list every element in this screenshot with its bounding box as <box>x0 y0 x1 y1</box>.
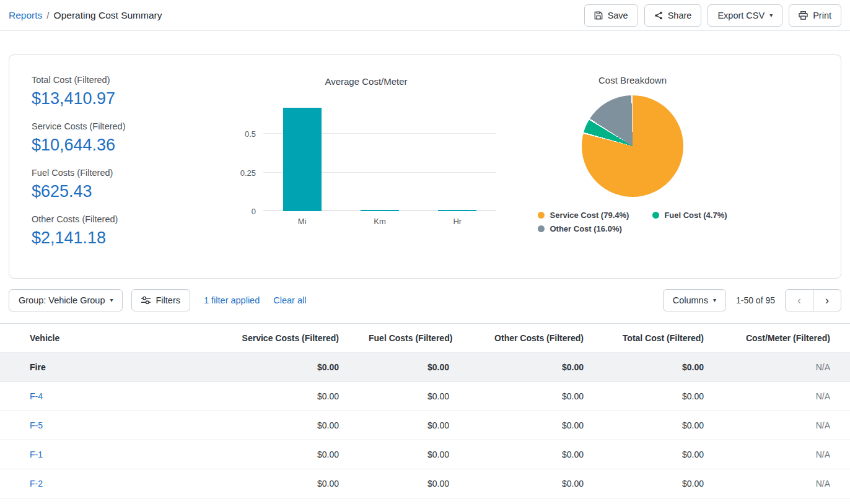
legend-dot <box>652 212 659 219</box>
group-row-fire: Fire $0.00 $0.00 $0.00 $0.00 N/A <box>0 353 850 382</box>
header-vehicle: Vehicle <box>0 324 217 353</box>
table-row: F-5 $0.00 $0.00 $0.00 $0.00 N/A <box>0 411 850 440</box>
filters-button[interactable]: Filters <box>131 289 190 311</box>
pie-chart-title: Cost Breakdown <box>515 75 750 85</box>
caret-down-icon: ▾ <box>769 12 773 19</box>
chevron-left-icon: ‹ <box>797 294 801 307</box>
columns-button[interactable]: Columns ▾ <box>663 289 726 311</box>
breadcrumb-reports-link[interactable]: Reports <box>9 10 42 21</box>
bar <box>361 210 399 211</box>
prev-page-button[interactable]: ‹ <box>785 289 813 311</box>
bar-chart-title: Average Cost/Meter <box>236 76 496 87</box>
average-cost-meter-chart: Average Cost/Meter 00.250.5 Mi Km Hr <box>236 75 496 261</box>
vehicle-link[interactable]: F-1 <box>30 450 43 459</box>
bar-chart-plot <box>263 97 496 211</box>
stat-fuel-costs: Fuel Costs (Filtered) $625.43 <box>32 168 217 201</box>
print-icon <box>799 11 808 20</box>
bar <box>283 108 322 212</box>
cost-table-container: Vehicle Service Costs (Filtered) Fuel Co… <box>0 323 850 498</box>
legend-item-fuel: Fuel Cost (4.7%) <box>652 211 727 220</box>
bar-chart-yaxis: 00.250.5 <box>236 97 263 211</box>
clear-all-link[interactable]: Clear all <box>273 295 306 305</box>
table-row: F-1 $0.00 $0.00 $0.00 $0.00 N/A <box>0 440 850 469</box>
cost-breakdown-chart: Cost Breakdown Service Cost (79.4%) Fuel… <box>515 75 750 261</box>
header-service-costs: Service Costs (Filtered) <box>217 324 354 353</box>
legend-item-other: Other Cost (16.0%) <box>538 224 629 233</box>
save-button[interactable]: Save <box>584 4 638 27</box>
bar-chart-xlabels: Mi Km Hr <box>263 217 496 226</box>
legend-dot <box>538 212 545 219</box>
vehicle-link[interactable]: F-2 <box>30 479 43 489</box>
cost-table: Vehicle Service Costs (Filtered) Fuel Co… <box>0 324 850 498</box>
pie-chart <box>582 95 683 197</box>
filter-sliders-icon <box>141 296 151 305</box>
save-icon <box>594 11 603 20</box>
group-by-button[interactable]: Group: Vehicle Group ▾ <box>9 289 123 311</box>
summary-stats: Total Cost (Filtered) $13,410.97 Service… <box>32 75 217 261</box>
stat-service-costs: Service Costs (Filtered) $10,644.36 <box>32 121 217 155</box>
export-csv-button[interactable]: Export CSV ▾ <box>708 4 782 27</box>
caret-down-icon: ▾ <box>713 297 716 303</box>
legend-item-service: Service Cost (79.4%) <box>538 211 629 220</box>
breadcrumb: Reports / Operating Cost Summary <box>9 10 162 21</box>
header-fuel-costs: Fuel Costs (Filtered) <box>354 324 464 353</box>
vehicle-link[interactable]: F-4 <box>30 391 43 401</box>
table-row: F-4 $0.00 $0.00 $0.00 $0.00 N/A <box>0 382 850 411</box>
top-bar: Reports / Operating Cost Summary Save Sh… <box>0 0 850 31</box>
pagination-range: 1-50 of 95 <box>736 295 775 305</box>
bar <box>438 210 476 211</box>
caret-down-icon: ▾ <box>110 297 113 303</box>
print-button[interactable]: Print <box>789 4 841 27</box>
vehicle-link[interactable]: F-5 <box>30 420 43 430</box>
share-button[interactable]: Share <box>644 4 702 27</box>
header-actions: Save Share Export CSV ▾ Print <box>584 4 841 27</box>
header-total-cost: Total Cost (Filtered) <box>598 324 719 353</box>
header-other-costs: Other Costs (Filtered) <box>464 324 598 353</box>
pagination-controls: ‹ › <box>785 289 841 311</box>
legend-dot <box>538 225 545 232</box>
stat-total-cost: Total Cost (Filtered) $13,410.97 <box>32 75 217 108</box>
group-label: Fire <box>0 353 217 382</box>
stat-other-costs: Other Costs (Filtered) $2,141.18 <box>32 214 217 248</box>
chevron-right-icon: › <box>825 294 829 307</box>
summary-card: Total Cost (Filtered) $13,410.97 Service… <box>9 54 841 279</box>
breadcrumb-separator: / <box>46 10 49 21</box>
filters-applied-text[interactable]: 1 filter applied <box>204 295 260 305</box>
header-cost-meter: Cost/Meter (Filtered) <box>719 324 850 353</box>
share-icon <box>654 11 663 20</box>
table-header-row: Vehicle Service Costs (Filtered) Fuel Co… <box>0 324 850 353</box>
next-page-button[interactable]: › <box>813 289 841 311</box>
filter-toolbar: Group: Vehicle Group ▾ Filters 1 filter … <box>9 289 841 311</box>
pie-legend: Service Cost (79.4%) Fuel Cost (4.7%) Ot… <box>515 211 750 233</box>
page-title: Operating Cost Summary <box>54 10 162 21</box>
table-row: F-2 $0.00 $0.00 $0.00 $0.00 N/A <box>0 469 850 498</box>
